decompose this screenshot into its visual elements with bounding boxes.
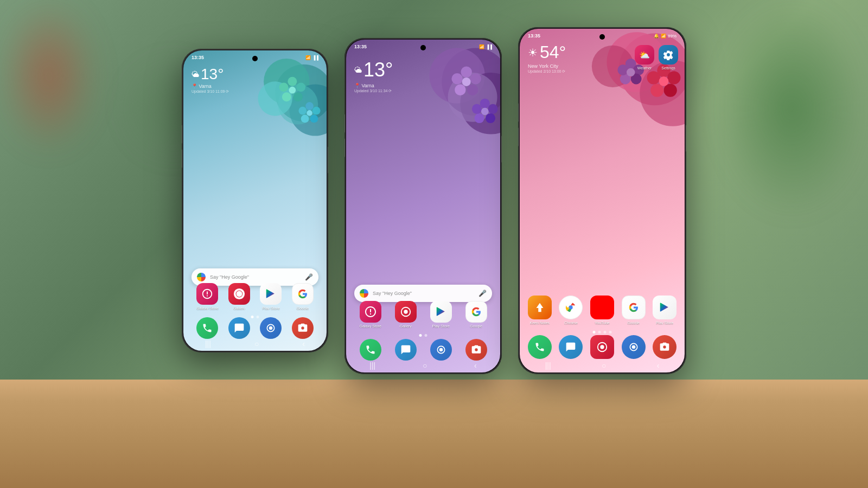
app-gallery-left[interactable]: Gallery — [228, 283, 250, 310]
app-chrome-right[interactable]: Chrome — [559, 296, 583, 325]
page-dots-center — [419, 334, 427, 337]
google-logo-center — [360, 289, 368, 298]
app-galaxy-store-left[interactable]: Galaxy Store — [196, 283, 218, 310]
nav-home-left[interactable]: ○ — [254, 339, 259, 348]
vol-down-left — [182, 149, 182, 168]
keep-label-right: Keep Notes — [530, 321, 550, 325]
app-youtube-right[interactable]: YouTube — [590, 296, 614, 325]
nav-back-left[interactable]: ‹ — [302, 339, 305, 348]
app-play-store-left[interactable]: Play Store — [260, 283, 282, 310]
nav-home-center[interactable]: ○ — [423, 361, 427, 370]
play-store-label-left: Play Store — [262, 306, 279, 310]
phone-left: 13:35 📶 ▐▐ 🌥 13° 📍 Varna Upda — [182, 49, 328, 352]
svg-point-12 — [312, 107, 321, 115]
weather-updated-center: Updated 3/10 11:34 ⟳ — [354, 89, 393, 93]
app-phone-right[interactable] — [528, 335, 552, 359]
flowers-center — [377, 40, 500, 223]
nav-recent-right[interactable]: ||| — [545, 361, 551, 370]
svg-point-59 — [631, 345, 635, 349]
main-apps-right: Keep Notes Chrome — [524, 296, 680, 325]
vol-down-right — [518, 127, 519, 146]
phone-icon-left — [196, 317, 218, 339]
weather-left: 🌥 13° 📍 Varna Updated 3/10 11:09 ⟳ — [192, 67, 229, 94]
app-galaxy-store-center[interactable]: Galaxy Store — [359, 301, 381, 328]
app-weather-right[interactable]: ⛅ Weather — [635, 45, 654, 70]
weather-icon-left: 🌥 — [192, 70, 199, 79]
search-text-center: Say "Hey Google" — [373, 291, 478, 296]
app-messages-right[interactable] — [559, 335, 583, 359]
main-apps-left: Galaxy Store Gallery — [192, 283, 318, 310]
google-label-center: Google — [470, 324, 482, 328]
search-bar-center[interactable]: Say "Hey Google" 🎤 — [354, 285, 492, 302]
nav-home-right[interactable]: ○ — [602, 361, 606, 370]
weather-center: 🌥 13° 📍 Varna Updated 3/10 11:34 ⟳ — [354, 59, 393, 93]
youtube-label-right: YouTube — [595, 321, 610, 325]
svg-point-6 — [296, 82, 305, 92]
svg-point-31 — [486, 113, 495, 123]
youtube-icon-right — [590, 296, 614, 319]
app-pay-right[interactable] — [622, 335, 646, 359]
svg-point-48 — [659, 76, 668, 86]
app-google-right[interactable]: Google — [622, 296, 646, 325]
app-google-left[interactable]: Google — [292, 283, 314, 310]
galaxy-store-label-center: Galaxy Store — [359, 324, 381, 328]
app-camera-center[interactable] — [465, 339, 487, 361]
mic-icon-center[interactable]: 🎤 — [478, 290, 487, 297]
time-center: 13:35 — [354, 44, 367, 49]
app-keep-right[interactable]: Keep Notes — [528, 296, 552, 325]
weather-icon-right: ☀ — [528, 46, 538, 59]
dot-center-2 — [425, 334, 427, 337]
nav-recent-left[interactable]: ||| — [205, 339, 211, 348]
app-phone-center[interactable] — [360, 339, 381, 361]
nav-bar-right: ||| ○ ‹ — [520, 361, 685, 370]
svg-point-36 — [404, 310, 407, 313]
app-settings-right[interactable]: Settings — [659, 45, 678, 70]
wifi-icon-r: 📶 — [661, 34, 666, 38]
dock-apps-right — [524, 335, 680, 359]
gallery-label-center: Gallery — [400, 324, 412, 328]
svg-point-44 — [667, 71, 680, 84]
app-pay-center[interactable] — [430, 339, 452, 361]
play-store-icon-right — [653, 296, 676, 319]
app-play-store-center[interactable]: Play Store — [430, 301, 452, 328]
app-camera-right[interactable] — [653, 335, 676, 359]
app-google-center[interactable]: Google — [465, 301, 487, 328]
svg-point-32 — [474, 113, 484, 123]
nav-recent-center[interactable]: ||| — [369, 361, 375, 370]
app-phone-left[interactable] — [196, 317, 218, 339]
messages-icon-left — [228, 317, 250, 339]
app-gallery-center[interactable]: Gallery — [395, 301, 417, 328]
gallery-icon-right — [590, 335, 614, 359]
app-pay-left[interactable] — [260, 317, 282, 339]
table-surface — [0, 380, 868, 488]
svg-point-8 — [282, 92, 291, 101]
google-icon-center — [465, 301, 487, 323]
app-camera-left[interactable] — [292, 317, 314, 339]
punch-hole-left — [252, 56, 258, 61]
svg-point-33 — [472, 104, 482, 114]
weather-temp-center: 13° — [363, 59, 393, 81]
status-icons-left: 📶 ▐▐ — [305, 55, 318, 60]
dock-apps-left — [192, 317, 318, 339]
svg-point-18 — [269, 326, 273, 330]
chrome-icon-right — [559, 296, 583, 319]
galaxy-store-label-left: Galaxy Store — [196, 306, 218, 310]
nav-back-right[interactable]: ‹ — [657, 361, 660, 370]
svg-point-57 — [600, 345, 604, 349]
svg-point-5 — [288, 77, 297, 86]
nav-bar-left: ||| ○ ‹ — [183, 339, 327, 348]
scene: 13:35 📶 ▐▐ 🌥 13° 📍 Varna Upda — [0, 0, 868, 488]
app-messages-left[interactable] — [228, 317, 250, 339]
gallery-label-left: Gallery — [233, 306, 245, 310]
weather-icon-center: 🌥 — [354, 66, 362, 74]
nav-back-center[interactable]: ‹ — [474, 361, 477, 370]
app-play-store-right[interactable]: Play Store — [653, 296, 676, 325]
app-messages-center[interactable] — [395, 339, 417, 361]
flowers-left — [212, 50, 327, 216]
svg-point-23 — [461, 67, 471, 78]
bg-blob-right — [716, 0, 868, 217]
mic-icon-left[interactable]: 🎤 — [305, 273, 313, 281]
play-store-icon-center — [430, 301, 452, 323]
main-apps-center: Galaxy Store Gallery — [353, 301, 494, 328]
app-gallery-right[interactable] — [590, 335, 614, 359]
